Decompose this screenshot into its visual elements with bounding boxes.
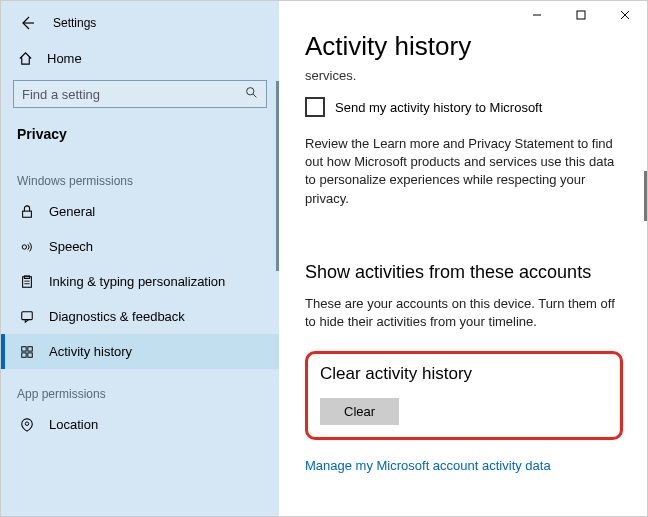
svg-rect-14	[22, 346, 26, 350]
search-icon	[245, 86, 258, 102]
back-button[interactable]	[15, 11, 39, 35]
content-area: Activity history services. Send my activ…	[279, 1, 647, 516]
manage-account-link[interactable]: Manage my Microsoft account activity dat…	[305, 458, 551, 473]
svg-rect-16	[22, 352, 26, 356]
clear-button[interactable]: Clear	[320, 398, 399, 425]
svg-point-18	[25, 421, 29, 425]
sidebar-item-label: Activity history	[49, 344, 132, 359]
section-label-app-permissions: App permissions	[1, 369, 279, 407]
location-icon	[19, 418, 35, 432]
sidebar-item-label: General	[49, 204, 95, 219]
search-box[interactable]	[13, 80, 267, 108]
sidebar-item-activity-history[interactable]: Activity history	[1, 334, 279, 369]
sidebar-item-speech[interactable]: Speech	[1, 229, 279, 264]
sidebar-item-location[interactable]: Location	[1, 407, 279, 442]
history-icon	[19, 345, 35, 359]
sidebar-item-label: Inking & typing personalization	[49, 274, 225, 289]
page-title: Activity history	[305, 31, 623, 62]
review-paragraph: Review the Learn more and Privacy Statem…	[305, 135, 623, 208]
truncated-text: services.	[305, 68, 623, 83]
svg-rect-17	[28, 352, 32, 356]
app-title: Settings	[53, 16, 96, 30]
home-nav[interactable]: Home	[1, 41, 279, 76]
content-scrollbar[interactable]	[644, 171, 647, 221]
close-button[interactable]	[603, 1, 647, 29]
section-label-windows-permissions: Windows permissions	[1, 156, 279, 194]
feedback-icon	[19, 310, 35, 324]
svg-rect-1	[577, 11, 585, 19]
speech-icon	[19, 240, 35, 254]
sidebar-item-general[interactable]: General	[1, 194, 279, 229]
checkbox-icon[interactable]	[305, 97, 325, 117]
sidebar-item-label: Speech	[49, 239, 93, 254]
svg-line-6	[253, 94, 256, 97]
clear-history-heading: Clear activity history	[320, 364, 608, 384]
svg-point-8	[22, 244, 26, 248]
home-label: Home	[47, 51, 82, 66]
svg-rect-13	[22, 311, 33, 319]
clipboard-icon	[19, 275, 35, 289]
clear-history-region: Clear activity history Clear	[305, 351, 623, 440]
sidebar: Settings Home Privacy Windows permission…	[1, 1, 279, 516]
svg-rect-7	[23, 211, 32, 217]
sidebar-item-label: Diagnostics & feedback	[49, 309, 185, 324]
current-section-label: Privacy	[1, 118, 279, 156]
sidebar-item-inking[interactable]: Inking & typing personalization	[1, 264, 279, 299]
search-input[interactable]	[22, 87, 245, 102]
checkbox-label: Send my activity history to Microsoft	[335, 100, 542, 115]
sidebar-item-label: Location	[49, 417, 98, 432]
svg-rect-15	[28, 346, 32, 350]
show-activities-text: These are your accounts on this device. …	[305, 295, 623, 331]
svg-point-5	[247, 88, 254, 95]
sidebar-item-diagnostics[interactable]: Diagnostics & feedback	[1, 299, 279, 334]
minimize-button[interactable]	[515, 1, 559, 29]
home-icon	[17, 51, 33, 66]
maximize-button[interactable]	[559, 1, 603, 29]
lock-icon	[19, 205, 35, 219]
show-activities-heading: Show activities from these accounts	[305, 262, 623, 283]
send-history-option[interactable]: Send my activity history to Microsoft	[305, 97, 623, 117]
